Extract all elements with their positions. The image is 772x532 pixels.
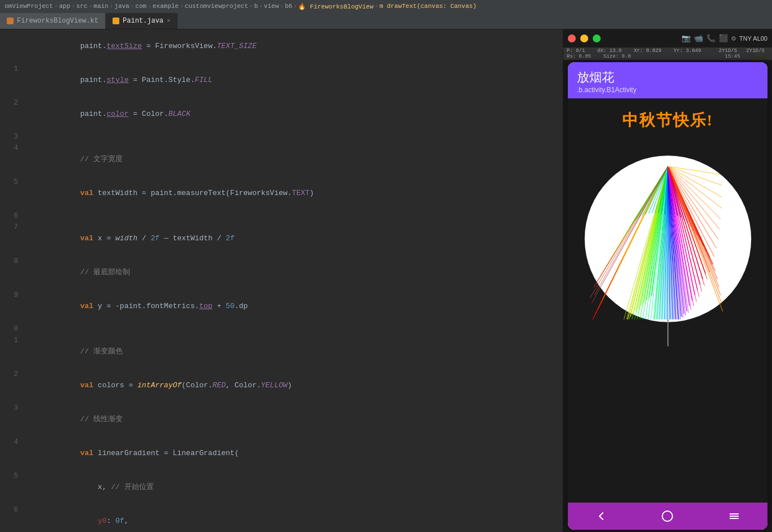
breadcrumb-omviewproject[interactable]: omViewProject <box>5 3 53 10</box>
fireworks-title: 中秋节快乐! <box>622 110 713 131</box>
app-header: 放烟花 .b.activity.B1Activity <box>568 62 767 98</box>
svg-rect-136 <box>730 516 739 517</box>
breadcrumb-method[interactable]: m drawText(canvas: Canvas) <box>379 3 477 10</box>
fireworks-svg <box>572 137 764 352</box>
table-row: 1 paint.style = Paint.Style.FILL <box>0 63 563 97</box>
device-name: TNY AL00 <box>739 35 767 42</box>
window-close-button[interactable] <box>568 34 576 42</box>
table-row: 2 paint.color = Color.BLACK <box>0 97 563 131</box>
nav-back-button[interactable] <box>594 509 608 523</box>
app-content: 中秋节快乐! <box>568 98 767 503</box>
tab-label-paintjava: Paint.java <box>123 17 163 25</box>
phone-status-text: P: 0/1 dX: 13.0 Xr: 0.029 Yr: 3.049 Rs: … <box>567 48 717 59</box>
breadcrumb: omViewProject › app › src › main › java … <box>0 0 772 12</box>
phone-panel: 📷 📹 📞 ⬛ ⚙ TNY AL00 P: 0/1 dX: 13.0 Xr: 0… <box>563 29 772 532</box>
screen-icon[interactable]: ⬛ <box>719 34 728 43</box>
main-content: paint.textSize = FireworksView.TEXT_SIZE… <box>0 29 772 532</box>
app-title: 放烟花 <box>577 69 758 86</box>
breadcrumb-view[interactable]: view <box>264 3 279 10</box>
table-row: 5 val textWidth = paint.measureText(Fire… <box>0 176 563 210</box>
android-nav-bar <box>568 503 767 530</box>
phone-device: 放烟花 .b.activity.B1Activity 中秋节快乐! <box>568 62 767 530</box>
table-row: 0 <box>0 323 563 335</box>
settings-icon[interactable]: ⚙ <box>731 34 736 43</box>
phone-status-right: 2Y1D/S 2Y1D/S 15:45 <box>719 48 769 59</box>
breadcrumb-src[interactable]: src <box>76 3 88 10</box>
phone-titlebar: 📷 📹 📞 ⬛ ⚙ TNY AL00 <box>563 29 772 47</box>
tab-close-button[interactable]: × <box>167 18 170 24</box>
table-row: 3 <box>0 131 563 142</box>
phone-toolbar-icons: 📷 📹 📞 ⬛ ⚙ TNY AL00 <box>682 34 767 43</box>
breadcrumb-main[interactable]: main <box>93 3 108 10</box>
phone-info-bar: P: 0/1 dX: 13.0 Xr: 0.029 Yr: 3.049 Rs: … <box>563 47 772 60</box>
svg-rect-137 <box>730 518 739 519</box>
table-row: 8 // 最底部绘制 <box>0 256 563 289</box>
breadcrumb-com[interactable]: com <box>135 3 146 10</box>
camera-icon[interactable]: 📷 <box>682 34 691 43</box>
table-row: 4 val linearGradient = LinearGradient( <box>0 436 563 470</box>
table-row: 6 y0: 0f, <box>0 504 563 532</box>
breadcrumb-java[interactable]: java <box>114 3 129 10</box>
tab-bar: FireworksBlogView.kt Paint.java × <box>0 12 772 29</box>
breadcrumb-app[interactable]: app <box>59 3 70 10</box>
breadcrumb-b[interactable]: b <box>254 3 258 10</box>
tab-fireworksblogview[interactable]: FireworksBlogView.kt <box>0 13 106 29</box>
table-row: 3 // 线性渐变 <box>0 403 563 436</box>
window-minimize-button[interactable] <box>580 34 588 42</box>
svg-point-134 <box>662 511 672 521</box>
table-row: 6 <box>0 210 563 222</box>
nav-home-button[interactable] <box>661 509 674 523</box>
phone-icon[interactable]: 📞 <box>706 34 715 43</box>
breadcrumb-b6[interactable]: b6 <box>285 3 292 10</box>
breadcrumb-example[interactable]: example <box>153 3 179 10</box>
table-row: 5 x, // 开始位置 <box>0 470 563 504</box>
nav-menu-button[interactable] <box>727 509 741 523</box>
fireworks-canvas <box>572 137 764 352</box>
table-row: 1 // 渐变颜色 <box>0 335 563 369</box>
code-table: paint.textSize = FireworksView.TEXT_SIZE… <box>0 29 563 532</box>
table-row: 2 val colors = intArrayOf(Color.RED, Col… <box>0 369 563 403</box>
tab-paintjava[interactable]: Paint.java × <box>106 13 178 29</box>
tab-label-fireworksblogview: FireworksBlogView.kt <box>17 17 98 25</box>
breadcrumb-class[interactable]: 🔥 FireworksBlogView <box>298 3 373 10</box>
kotlin-file-icon <box>7 18 14 24</box>
app-subtitle: .b.activity.B1Activity <box>577 86 758 94</box>
table-row: paint.textSize = FireworksView.TEXT_SIZE <box>0 29 563 63</box>
code-editor[interactable]: paint.textSize = FireworksView.TEXT_SIZE… <box>0 29 563 532</box>
window-maximize-button[interactable] <box>593 34 601 42</box>
table-row: 9 val y = -paint.fontMetrics.top + 50.dp <box>0 289 563 323</box>
java-file-icon <box>113 18 119 24</box>
breadcrumb-customviewproject[interactable]: customviewproject <box>185 3 248 10</box>
svg-rect-135 <box>730 513 739 514</box>
video-icon[interactable]: 📹 <box>694 34 703 43</box>
table-row: 7 val x = width / 2f — textWidth / 2f <box>0 222 563 256</box>
table-row: 4 // 文字宽度 <box>0 142 563 176</box>
